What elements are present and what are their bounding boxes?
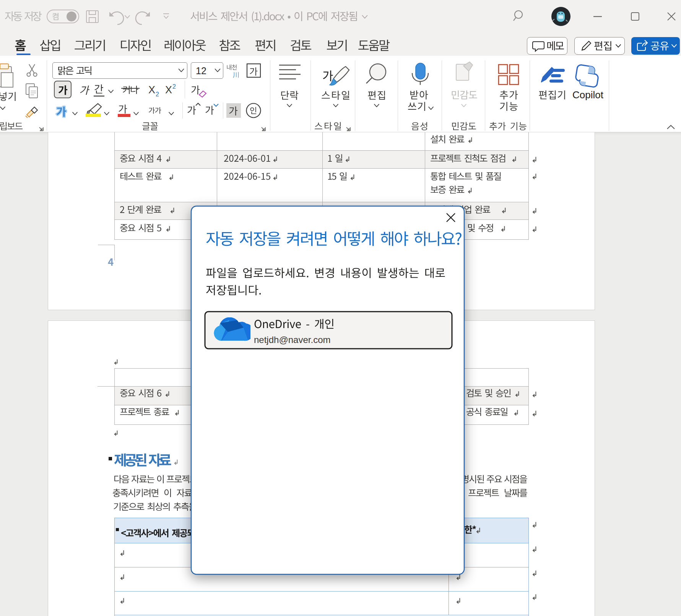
svg-text:X: X — [165, 84, 172, 96]
svg-text:netjdh@naver.com: netjdh@naver.com — [254, 335, 330, 345]
svg-text:2: 2 — [156, 91, 159, 98]
svg-text:X: X — [148, 84, 155, 96]
svg-text:12: 12 — [196, 65, 206, 76]
svg-text:Copilot: Copilot — [572, 89, 604, 101]
svg-text:2: 2 — [172, 83, 176, 90]
